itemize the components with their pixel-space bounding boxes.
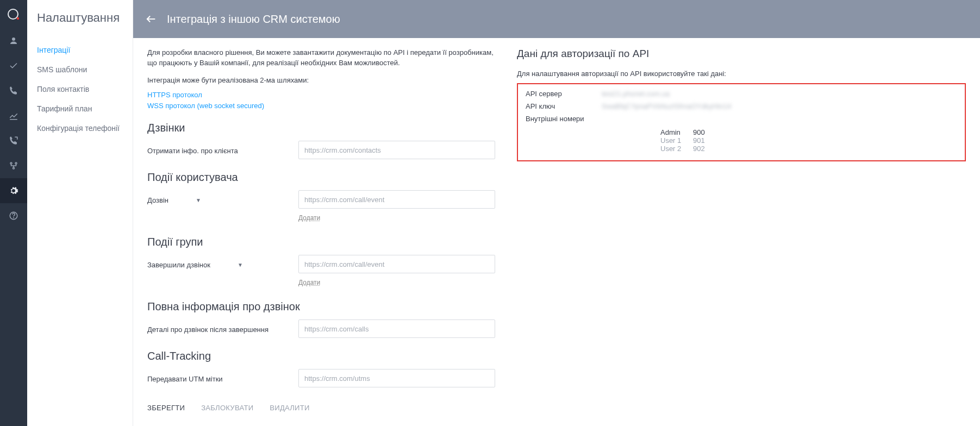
row-group-event: Завершили дзвінок ▼ bbox=[147, 255, 495, 275]
section-full-info-heading: Повна інформація про дзвінок bbox=[147, 300, 495, 313]
svg-point-2 bbox=[12, 37, 15, 41]
ext-name: User 1 bbox=[660, 136, 693, 145]
input-client-info-url[interactable] bbox=[298, 141, 495, 159]
row-call-details: Деталі про дзвінок після завершення bbox=[147, 320, 495, 340]
delete-button[interactable]: ВИДАЛИТИ bbox=[270, 404, 309, 412]
api-note: Для налаштування авторизації по API вико… bbox=[517, 70, 966, 78]
menu-tariff[interactable]: Тарифний план bbox=[37, 99, 123, 118]
svg-point-7 bbox=[14, 217, 14, 218]
input-user-event-url[interactable] bbox=[298, 190, 495, 209]
section-user-events-heading: Події користувача bbox=[147, 171, 495, 184]
api-server-value: test21.phonet.com.ua bbox=[602, 90, 957, 98]
extension-row: User 2 902 bbox=[526, 145, 957, 153]
svg-point-3 bbox=[10, 162, 12, 164]
content-body: Для розробки власного рішення, Ви можете… bbox=[133, 38, 980, 426]
api-key-value: SwaBfqCYpnaPVbNuzlSfmaOYdkyHtn14 bbox=[602, 102, 957, 110]
link-wss-protocol[interactable]: WSS протокол (web socket secured) bbox=[147, 101, 495, 112]
rail-branch-icon[interactable] bbox=[0, 153, 27, 178]
page-header: Інтеграція з іншою CRM системою bbox=[133, 0, 980, 38]
rail-call-out-icon[interactable] bbox=[0, 128, 27, 153]
input-call-details-url[interactable] bbox=[298, 320, 495, 338]
rail-chart-icon[interactable] bbox=[0, 103, 27, 128]
section-call-tracking-heading: Call-Tracking bbox=[147, 350, 495, 362]
rail-user-icon[interactable] bbox=[0, 28, 27, 53]
dropdown-group-event-label: Завершили дзвінок bbox=[147, 261, 210, 269]
dropdown-user-event-label: Дозвін bbox=[147, 196, 168, 204]
menu-sms-templates[interactable]: SMS шаблони bbox=[37, 60, 123, 79]
api-key-label: API ключ bbox=[526, 102, 602, 110]
svg-point-0 bbox=[8, 9, 18, 19]
ext-number: 902 bbox=[693, 145, 705, 153]
link-https-protocol[interactable]: HTTPS протокол bbox=[147, 90, 495, 101]
svg-point-5 bbox=[13, 167, 15, 169]
settings-menu: Інтеграції SMS шаблони Поля контактів Та… bbox=[37, 40, 123, 138]
row-user-event: Дозвін ▼ bbox=[147, 190, 495, 211]
nav-rail bbox=[0, 0, 27, 426]
api-server-label: API сервер bbox=[526, 90, 602, 98]
menu-contact-fields[interactable]: Поля контактів bbox=[37, 79, 123, 99]
rail-phone-icon[interactable] bbox=[0, 78, 27, 103]
rail-check-icon[interactable] bbox=[0, 53, 27, 78]
api-key-row: API ключ SwaBfqCYpnaPVbNuzlSfmaOYdkyHtn1… bbox=[526, 102, 957, 110]
action-bar: ЗБЕРЕГТИ ЗАБЛОКУВАТИ ВИДАЛИТИ bbox=[147, 404, 495, 412]
intro-subparagraph: Інтеграція може бути реалізована 2-ма шл… bbox=[147, 76, 495, 84]
api-heading: Дані для авторизації по API bbox=[517, 48, 966, 60]
svg-point-1 bbox=[17, 17, 19, 20]
menu-telephony-config[interactable]: Конфігурація телефонії bbox=[37, 118, 123, 138]
settings-sidebar: Налаштування Інтеграції SMS шаблони Поля… bbox=[27, 0, 133, 426]
api-panel: Дані для авторизації по API Для налаштув… bbox=[517, 48, 966, 413]
dropdown-user-event-type[interactable]: Дозвін ▼ bbox=[147, 196, 210, 204]
app-logo bbox=[7, 8, 20, 21]
settings-title: Налаштування bbox=[37, 11, 123, 25]
chevron-down-icon: ▼ bbox=[196, 197, 210, 203]
api-credentials-box: API сервер test21.phonet.com.ua API ключ… bbox=[517, 83, 966, 161]
label-utm: Передавати UTM мітки bbox=[147, 375, 223, 383]
api-server-row: API сервер test21.phonet.com.ua bbox=[526, 90, 957, 98]
input-group-event-url[interactable] bbox=[298, 255, 495, 273]
form-column: Для розробки власного рішення, Ви можете… bbox=[147, 48, 495, 413]
ext-name: User 2 bbox=[660, 145, 693, 153]
extension-row: User 1 901 bbox=[526, 136, 957, 145]
rail-settings-icon[interactable] bbox=[0, 178, 27, 203]
label-client-info: Отримати інфо. про клієнта bbox=[147, 147, 238, 155]
ext-number: 901 bbox=[693, 136, 705, 145]
rail-help-icon[interactable] bbox=[0, 203, 27, 228]
chevron-down-icon: ▼ bbox=[238, 262, 252, 268]
add-group-event-link[interactable]: Додати bbox=[298, 279, 320, 286]
save-button[interactable]: ЗБЕРЕГТИ bbox=[147, 404, 185, 412]
main-area: Інтеграція з іншою CRM системою Для розр… bbox=[133, 0, 980, 426]
extension-row: Admin 900 bbox=[526, 128, 957, 136]
row-client-info: Отримати інфо. про клієнта bbox=[147, 141, 495, 161]
ext-number: 900 bbox=[693, 128, 705, 136]
svg-point-4 bbox=[15, 162, 17, 164]
add-user-event-link[interactable]: Додати bbox=[298, 214, 320, 222]
block-button[interactable]: ЗАБЛОКУВАТИ bbox=[201, 404, 253, 412]
row-utm: Передавати UTM мітки bbox=[147, 369, 495, 390]
ext-name: Admin bbox=[660, 128, 693, 136]
section-calls-heading: Дзвінки bbox=[147, 122, 495, 134]
page-title: Інтеграція з іншою CRM системою bbox=[167, 13, 340, 26]
label-call-details: Деталі про дзвінок після завершення bbox=[147, 325, 269, 334]
back-arrow-icon[interactable] bbox=[145, 13, 157, 25]
menu-integrations[interactable]: Інтеграції bbox=[37, 40, 123, 60]
input-utm-url[interactable] bbox=[298, 369, 495, 387]
dropdown-group-event-type[interactable]: Завершили дзвінок ▼ bbox=[147, 261, 252, 269]
intro-paragraph: Для розробки власного рішення, Ви можете… bbox=[147, 48, 495, 68]
section-group-events-heading: Події групи bbox=[147, 236, 495, 248]
extensions-label: Внутрішні номери bbox=[526, 115, 957, 123]
